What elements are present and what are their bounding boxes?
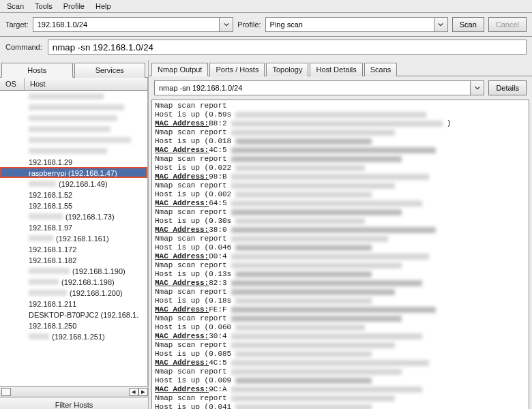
- redacted-text: [231, 316, 402, 322]
- host-label: (192.168.1.200): [70, 289, 123, 297]
- redacted-text: [235, 245, 372, 251]
- col-host[interactable]: Host: [25, 78, 148, 90]
- host-label: 192.168.1.97: [29, 224, 72, 232]
- target-toolbar: Target: Profile: Scan Cancel: [0, 13, 532, 37]
- tab-services[interactable]: Services: [74, 63, 146, 78]
- redacted-text: [235, 404, 372, 409]
- redacted-text: [235, 192, 372, 198]
- host-label: 192.168.1.172: [29, 245, 76, 254]
- host-row[interactable]: [0, 91, 147, 102]
- redacted-text: [29, 279, 59, 285]
- redacted-text: [29, 268, 70, 274]
- left-tabs: Hosts Services: [0, 60, 148, 77]
- host-row[interactable]: (192.168.1.73): [0, 211, 147, 222]
- menu-help[interactable]: Help: [95, 2, 111, 10]
- host-row[interactable]: (192.168.1.251): [0, 331, 147, 342]
- nmap-output-text[interactable]: Nmap scan reportHost is up (0.59sMAC Add…: [151, 100, 529, 409]
- output-line: Nmap scan report: [155, 102, 526, 110]
- details-button[interactable]: Details: [488, 80, 527, 95]
- target-label: Target:: [5, 20, 29, 29]
- host-row[interactable]: [0, 134, 147, 145]
- host-label: (192.168.1.73): [65, 213, 115, 221]
- redacted-text: [231, 183, 395, 189]
- tab-host-details[interactable]: Host Details: [310, 63, 362, 76]
- redacted-text: [231, 395, 395, 402]
- output-line: MAC Address: 9C:A: [155, 385, 526, 394]
- host-row[interactable]: raspberrypi (192.168.1.47): [0, 167, 147, 178]
- redacted-text: [235, 298, 372, 304]
- host-list-header: OS Host: [0, 77, 148, 91]
- host-row[interactable]: (192.168.1.200): [0, 287, 147, 298]
- scan-button[interactable]: Scan: [452, 17, 484, 32]
- host-row[interactable]: [0, 112, 147, 123]
- target-dropdown-arrow[interactable]: [219, 18, 233, 31]
- redacted-text: [231, 360, 429, 366]
- host-row[interactable]: (192.168.1.161): [0, 232, 147, 243]
- tab-nmap-output[interactable]: Nmap Output: [151, 63, 208, 76]
- redacted-text: [29, 137, 131, 143]
- host-row[interactable]: 192.168.1.250: [0, 320, 147, 331]
- output-line: Nmap scan report: [155, 155, 526, 164]
- host-row[interactable]: (192.168.1.49): [0, 178, 147, 189]
- menu-tools[interactable]: Tools: [35, 2, 53, 10]
- tab-topology[interactable]: Topology: [266, 63, 308, 76]
- output-line: Host is up (0.085: [155, 350, 526, 359]
- output-line: Host is up (0.18s: [155, 297, 526, 305]
- host-label: (192.168.1.190): [72, 267, 125, 275]
- host-row[interactable]: [0, 145, 147, 156]
- host-row[interactable]: DESKTOP-B70PJC2 (192.168.1.: [0, 309, 147, 320]
- host-row[interactable]: 192.168.1.172: [0, 243, 147, 254]
- host-row[interactable]: 192.168.1.182: [0, 254, 147, 265]
- scroll-left-arrow[interactable]: ◂: [129, 388, 138, 396]
- tab-hosts[interactable]: Hosts: [1, 63, 73, 78]
- col-os[interactable]: OS: [0, 78, 25, 90]
- output-line: MAC Address: 64:5: [155, 199, 526, 208]
- right-panel: Nmap Output Ports / Hosts Topology Host …: [149, 60, 532, 409]
- command-input[interactable]: [48, 40, 527, 55]
- host-list[interactable]: 192.168.1.29raspberrypi (192.168.1.47) (…: [0, 91, 148, 386]
- redacted-text: [231, 280, 422, 286]
- output-line: Host is up (0.041: [155, 403, 526, 409]
- tab-scans[interactable]: Scans: [364, 63, 398, 76]
- host-row[interactable]: (192.168.1.190): [0, 265, 147, 276]
- output-line: MAC Address: 30:4: [155, 332, 526, 341]
- output-line: Host is up (0.018: [155, 137, 526, 146]
- output-line: Nmap scan report: [155, 181, 526, 190]
- host-row[interactable]: (192.168.1.198): [0, 276, 147, 287]
- output-line: Host is up (0.060: [155, 323, 526, 332]
- redacted-text: [235, 324, 365, 331]
- menu-profile[interactable]: Profile: [63, 2, 85, 10]
- redacted-text: [235, 351, 372, 357]
- host-row[interactable]: 192.168.1.29: [0, 156, 147, 167]
- menu-bar: Scan Tools Profile Help: [0, 0, 532, 13]
- host-row[interactable]: 192.168.1.211: [0, 298, 147, 309]
- redacted-text: [231, 307, 436, 313]
- output-scan-input[interactable]: [155, 82, 470, 93]
- scroll-thumb[interactable]: [1, 388, 11, 396]
- output-scan-combo[interactable]: [154, 80, 484, 95]
- host-label: raspberrypi (192.168.1.47): [29, 169, 117, 177]
- redacted-text: [231, 369, 402, 375]
- menu-scan[interactable]: Scan: [7, 2, 24, 10]
- host-label: 192.168.1.250: [29, 322, 76, 330]
- horizontal-scrollbar[interactable]: ◂ ▸: [0, 386, 148, 397]
- output-scan-arrow[interactable]: [470, 81, 484, 95]
- redacted-text: [29, 181, 56, 187]
- target-combo[interactable]: [33, 17, 234, 32]
- profile-combo[interactable]: [265, 17, 448, 32]
- host-row[interactable]: [0, 123, 147, 134]
- scroll-right-arrow[interactable]: ▸: [138, 388, 148, 396]
- tab-ports-hosts[interactable]: Ports / Hosts: [209, 63, 265, 76]
- host-row[interactable]: [0, 102, 147, 112]
- host-row[interactable]: 192.168.1.55: [0, 200, 147, 211]
- redacted-text: [235, 378, 372, 384]
- host-row[interactable]: 192.168.1.52: [0, 189, 147, 200]
- filter-hosts-button[interactable]: Filter Hosts: [0, 397, 148, 409]
- host-row[interactable]: 192.168.1.97: [0, 222, 147, 232]
- profile-input[interactable]: [266, 19, 434, 30]
- target-input[interactable]: [33, 19, 220, 30]
- host-label: (192.168.1.161): [56, 234, 109, 243]
- profile-dropdown-arrow[interactable]: [434, 18, 447, 31]
- redacted-text: [231, 121, 443, 127]
- output-line: MAC Address: FE:F: [155, 305, 526, 314]
